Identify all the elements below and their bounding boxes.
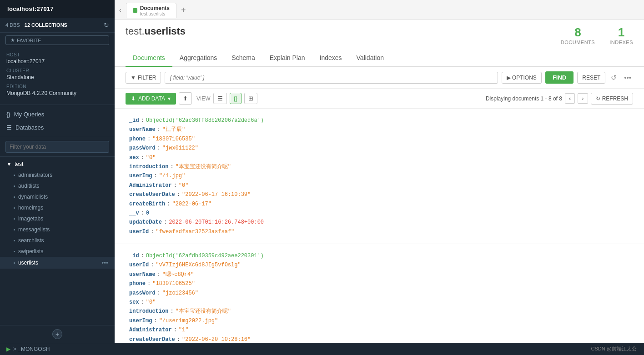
refresh-sidebar-button[interactable]: ↻ [104,21,109,29]
collection-name: homeimgs [18,205,43,211]
sidebar: localhost:27017 4 DBS 12 COLLECTIONS ↻ ★… [0,0,115,355]
mongosh-label: > _MONGOSH [13,346,50,352]
filter-icon: ▼ [131,75,136,81]
collection-name: auditlists [18,183,40,189]
mongosh-bar[interactable]: ▶ > _MONGOSH [0,343,115,355]
databases-icon: ☰ [6,124,12,131]
indexes-stat: 1 INDEXES [609,25,633,45]
edition-label: EDITION [6,84,108,89]
indexes-label: INDEXES [609,40,633,45]
view-label: VIEW [196,95,211,102]
main-content: ‹ Documents test.userlists + test.userli… [115,0,644,355]
upload-button[interactable]: ⬆ [179,92,192,105]
db-part: test. [126,25,145,37]
add-database-button[interactable]: + [52,329,62,339]
favorite-button[interactable]: ★ FAVORITE [5,35,109,45]
sidebar-item-db-test[interactable]: ▼ test [0,159,115,170]
host-label: HOST [6,52,108,57]
tab-validation[interactable]: Validation [349,50,391,67]
sidebar-meta: 4 DBS 12 COLLECTIONS ↻ [0,18,115,33]
filter-input[interactable] [5,141,109,153]
history-button[interactable]: ↺ [609,72,619,84]
refresh-button[interactable]: ↻ REFRESH [591,93,633,105]
sidebar-tree: ▼ test ▪ administrators ▪ auditlists ▪ d… [0,157,115,325]
filter-toolbar: ▼ FILTER ▶ OPTIONS FIND RESET ↺ ••• [115,67,644,89]
tab-subtitle: test.userlists [140,11,170,16]
next-page-button[interactable]: › [578,93,588,104]
tab-bar: ‹ Documents test.userlists + [115,0,644,20]
collection-icon: ▪ [14,172,15,178]
host-value: localhost:27017 [6,58,108,65]
sidebar-filter[interactable] [0,137,115,157]
sidebar-item-databases[interactable]: ☰ Databases [0,121,115,134]
tab-aggregations[interactable]: Aggregations [172,50,225,67]
filter-query-input[interactable] [165,72,498,84]
sidebar-item-administrators[interactable]: ▪ administrators [0,170,115,180]
sidebar-item-my-queries[interactable]: {} My Queries [0,108,115,121]
sidebar-item-auditlists[interactable]: ▪ auditlists [0,180,115,191]
collection-stats: 8 DOCUMENTS 1 INDEXES [561,25,633,45]
docs-count: 8 [561,25,595,40]
prev-page-button[interactable]: ‹ [565,93,575,104]
pagination-info: Displaying documents 1 - 8 of 8 [486,95,562,102]
add-tab-button[interactable]: + [178,6,189,14]
collection-title: test.userlists [126,25,186,37]
db-name: test [15,161,23,167]
collection-name: userlists [18,260,38,266]
collection-name: searchlists [18,237,44,244]
tab-schema[interactable]: Schema [224,50,262,67]
watermark: CSDN @前端江太公 [115,343,644,355]
more-options-button[interactable]: ••• [622,72,633,83]
chevron-down-icon: ▼ [6,161,12,167]
sidebar-item-imagetabs[interactable]: ▪ imagetabs [0,213,115,224]
connection-title: localhost:27017 [0,0,115,18]
coll-part: userlists [145,25,186,37]
tab-icon [133,8,137,13]
collection-icon: ▪ [14,260,15,265]
tab-indexes[interactable]: Indexes [312,50,349,67]
collection-icon: ▪ [14,216,15,221]
sidebar-item-homeimgs[interactable]: ▪ homeimgs [0,202,115,213]
queries-icon: {} [6,111,10,118]
indexes-count: 1 [609,25,633,40]
find-button[interactable]: FIND [545,71,574,84]
add-data-button[interactable]: ⬇ ADD DATA ▾ [126,93,176,105]
collection-name: swiperlists [18,248,43,255]
cluster-label: CLUSTER [6,68,108,73]
docs-label: DOCUMENTS [561,40,595,45]
content-tabs: Documents Aggregations Schema Explain Pl… [115,49,644,67]
collection-icon: ▪ [14,227,15,232]
collections-count: 12 COLLECTIONS [25,22,67,28]
reset-button[interactable]: RESET [577,72,605,84]
documents-area: _id:ObjectId('62ac36ff88b202067a2ded6a')… [115,109,644,343]
sidebar-item-dynamiclists[interactable]: ▪ dynamiclists [0,191,115,202]
collection-icon: ▪ [14,249,15,254]
sidebar-item-messagelists[interactable]: ▪ messagelists [0,224,115,235]
collection-name: administrators [18,172,52,178]
collection-icon: ▪ [14,238,15,243]
chevron-down-icon: ▾ [168,95,171,102]
collection-icon: ▪ [14,183,15,189]
more-options-icon[interactable]: ••• [101,259,108,266]
tab-documents[interactable]: Documents test.userlists [126,3,176,18]
tab-documents-content[interactable]: Documents [126,50,172,67]
collapse-sidebar-button[interactable]: ‹ [119,6,121,14]
sidebar-info: HOST localhost:27017 CLUSTER Standalone … [0,48,115,105]
cluster-value: Standalone [6,74,108,80]
view-table-button[interactable]: ⊞ [244,93,257,104]
sidebar-item-userlists[interactable]: ▪ userlists ••• [0,257,115,269]
table-row: _id:ObjectId('62ac36ff88b202067a2ded6a')… [115,109,644,244]
view-list-button[interactable]: ☰ [213,93,227,104]
sidebar-item-searchlists[interactable]: ▪ searchlists [0,235,115,246]
view-json-button[interactable]: {} [230,93,242,104]
collection-icon: ▪ [14,205,15,210]
tab-explain-plan[interactable]: Explain Plan [262,50,312,67]
star-icon: ★ [10,37,15,43]
data-toolbar: ⬇ ADD DATA ▾ ⬆ VIEW ☰ {} ⊞ Displaying do… [115,89,644,109]
filter-button[interactable]: ▼ FILTER [126,72,161,84]
collection-name: imagetabs [18,215,43,222]
options-button[interactable]: ▶ OPTIONS [502,72,542,84]
sidebar-item-swiperlists[interactable]: ▪ swiperlists [0,246,115,257]
collection-name: messagelists [18,226,50,233]
chevron-right-icon: ▶ [6,346,10,352]
